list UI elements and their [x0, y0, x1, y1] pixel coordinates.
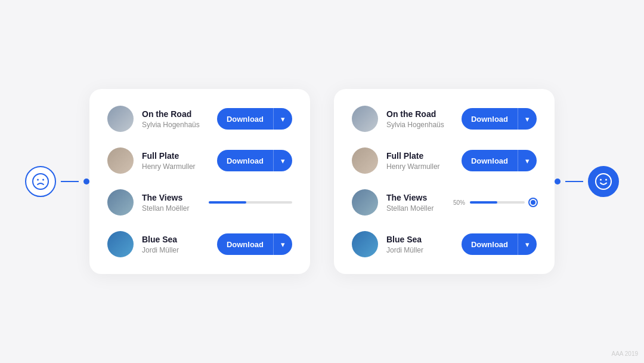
track-text: Full Plate Henry Warmuller — [142, 150, 196, 170]
track-title: Blue Sea — [386, 234, 423, 245]
album-thumbnail-plate — [107, 147, 134, 174]
track-text: Full Plate Henry Warmuller — [386, 150, 440, 170]
album-thumbnail-views — [352, 189, 378, 216]
progress-bar-views-right: 50% — [453, 199, 537, 206]
table-row: The Views Stellan Moëller 50% — [352, 184, 537, 220]
right-line — [565, 181, 583, 182]
track-title: On the Road — [386, 109, 444, 119]
track-info: On the Road Sylvia Hogenhaüs — [107, 106, 200, 132]
left-dot — [83, 179, 89, 184]
track-text: On the Road Sylvia Hogenhaüs — [142, 109, 200, 128]
album-thumbnail-road — [107, 106, 134, 132]
svg-point-3 — [596, 174, 611, 189]
progress-thumb[interactable] — [530, 199, 537, 206]
svg-point-2 — [42, 179, 44, 181]
progress-track — [470, 201, 525, 204]
panels-wrapper: On the Road Sylvia Hogenhaüs Download ▾ … — [89, 89, 555, 274]
table-row: Blue Sea Jordi Müller Download ▾ — [107, 226, 292, 262]
track-info: Full Plate Henry Warmuller — [107, 147, 196, 174]
progress-bar-views-left — [209, 201, 292, 204]
progress-fill — [209, 201, 246, 204]
table-row: Full Plate Henry Warmuller Download ▾ — [107, 143, 292, 179]
svg-point-5 — [605, 179, 607, 181]
track-artist: Sylvia Hogenhaüs — [386, 121, 444, 129]
track-info: The Views Stellan Moëller — [107, 189, 189, 216]
main-container: On the Road Sylvia Hogenhaüs Download ▾ … — [25, 89, 619, 274]
happy-face-icon — [588, 166, 619, 197]
watermark: AAA 2019 — [612, 350, 638, 357]
download-label: Download — [217, 240, 273, 249]
sad-face-icon — [25, 166, 56, 197]
track-info: On the Road Sylvia Hogenhaüs — [352, 106, 444, 132]
track-artist: Henry Warmuller — [142, 162, 196, 171]
track-title: The Views — [386, 192, 434, 203]
chevron-down-icon: ▾ — [274, 156, 292, 165]
progress-fill — [470, 201, 497, 204]
download-button-plate-left[interactable]: Download ▾ — [217, 150, 292, 171]
download-button-sea-left[interactable]: Download ▾ — [217, 233, 292, 255]
right-panel: On the Road Sylvia Hogenhaüs Download ▾ … — [334, 89, 555, 274]
album-thumbnail-sea — [107, 231, 134, 257]
svg-point-4 — [600, 179, 602, 181]
album-thumbnail-sea — [352, 231, 378, 257]
track-title: Full Plate — [386, 150, 440, 161]
table-row: Full Plate Henry Warmuller Download ▾ — [352, 143, 537, 179]
svg-point-1 — [37, 179, 39, 181]
left-slider — [25, 166, 89, 197]
track-text: Blue Sea Jordi Müller — [386, 234, 423, 254]
left-line — [61, 181, 79, 182]
svg-point-0 — [33, 174, 48, 189]
download-label: Download — [462, 115, 518, 124]
chevron-down-icon: ▾ — [518, 115, 537, 124]
track-title: The Views — [142, 192, 189, 203]
track-info: Blue Sea Jordi Müller — [107, 231, 179, 257]
track-title: Blue Sea — [142, 234, 179, 245]
track-info: Full Plate Henry Warmuller — [352, 147, 440, 174]
download-button-road-left[interactable]: Download ▾ — [217, 108, 292, 130]
track-text: On the Road Sylvia Hogenhaüs — [386, 109, 444, 128]
track-artist: Jordi Müller — [386, 246, 423, 254]
track-artist: Henry Warmuller — [386, 162, 440, 171]
album-thumbnail-road — [352, 106, 378, 132]
right-dot — [555, 179, 561, 184]
chevron-down-icon: ▾ — [274, 115, 292, 124]
left-panel: On the Road Sylvia Hogenhaüs Download ▾ … — [89, 89, 310, 274]
track-info: The Views Stellan Moëller — [352, 189, 434, 216]
album-thumbnail-views — [107, 189, 134, 216]
table-row: On the Road Sylvia Hogenhaüs Download ▾ — [352, 101, 537, 137]
table-row: The Views Stellan Moëller — [107, 184, 292, 220]
download-label: Download — [217, 115, 273, 124]
progress-track — [209, 201, 292, 204]
album-thumbnail-plate — [352, 147, 378, 174]
right-slider — [555, 166, 619, 197]
chevron-down-icon: ▾ — [518, 240, 537, 249]
track-text: The Views Stellan Moëller — [142, 192, 189, 212]
track-text: Blue Sea Jordi Müller — [142, 234, 179, 254]
track-title: On the Road — [142, 109, 200, 119]
track-artist: Jordi Müller — [142, 246, 179, 254]
track-title: Full Plate — [142, 150, 196, 161]
download-label: Download — [462, 156, 518, 165]
download-button-sea-right[interactable]: Download ▾ — [462, 233, 537, 255]
download-label: Download — [217, 156, 273, 165]
progress-label: 50% — [453, 199, 465, 206]
track-text: The Views Stellan Moëller — [386, 192, 434, 212]
download-button-road-right[interactable]: Download ▾ — [462, 108, 537, 130]
track-artist: Sylvia Hogenhaüs — [142, 121, 200, 129]
track-artist: Stellan Moëller — [386, 204, 434, 213]
track-info: Blue Sea Jordi Müller — [352, 231, 423, 257]
table-row: On the Road Sylvia Hogenhaüs Download ▾ — [107, 101, 292, 137]
download-button-plate-right[interactable]: Download ▾ — [462, 150, 537, 171]
chevron-down-icon: ▾ — [274, 240, 292, 249]
table-row: Blue Sea Jordi Müller Download ▾ — [352, 226, 537, 262]
download-label: Download — [462, 240, 518, 249]
chevron-down-icon: ▾ — [518, 156, 537, 165]
track-artist: Stellan Moëller — [142, 204, 189, 213]
